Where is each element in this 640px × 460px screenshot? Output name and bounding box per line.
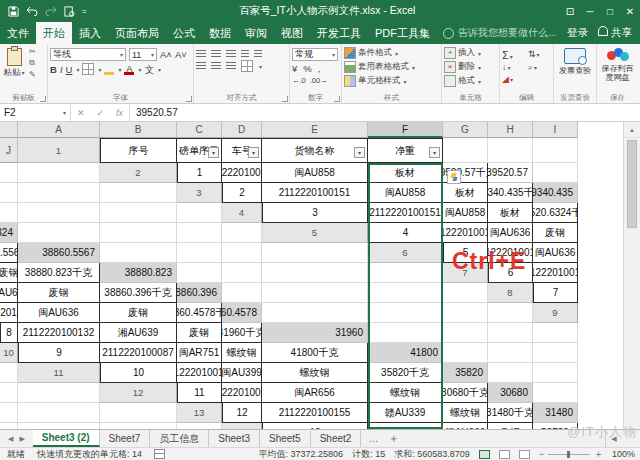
fill-color-icon[interactable] [104, 64, 114, 75]
ribbon-tab-9[interactable]: PDF工具集 [368, 22, 437, 44]
sheet-tab-0[interactable]: Sheet3 (2) [33, 430, 100, 447]
accounting-format-icon[interactable]: ¥ [292, 63, 297, 74]
vertical-scrollbar-thumb[interactable] [627, 140, 637, 228]
cell-G10[interactable] [443, 343, 488, 363]
cell-E5[interactable]: 38860.5567千克 [0, 243, 18, 263]
cell-H7[interactable] [262, 283, 368, 303]
page-break-view-icon[interactable] [519, 450, 530, 459]
sheet-tab-2[interactable]: 员工信息 [150, 430, 209, 447]
cell-H2[interactable] [0, 183, 18, 203]
cell-F9[interactable]: 31960 [262, 323, 368, 343]
format-as-table-button[interactable]: 套用表格格式▾ [344, 61, 439, 73]
sheet-overflow-button[interactable]: … [361, 430, 385, 447]
select-all-button[interactable] [0, 122, 18, 138]
cell-D10[interactable]: 螺纹钢 [222, 343, 262, 363]
cell-I3[interactable] [100, 203, 177, 223]
cell-F8[interactable]: 38860.4578 [222, 303, 262, 323]
row-header-13[interactable]: 13 [177, 403, 222, 423]
row-header-6[interactable]: 6 [368, 243, 443, 263]
fill-button[interactable]: ↓▾ [502, 62, 526, 73]
increase-decimal-icon[interactable]: ←.0 [292, 76, 306, 85]
cell-I11[interactable] [0, 383, 18, 403]
close-icon[interactable]: ✕ [620, 6, 640, 17]
row-header-4[interactable]: 4 [222, 203, 262, 223]
column-header-J[interactable]: J [0, 138, 18, 163]
cell-H10[interactable] [488, 343, 533, 363]
table-header-E[interactable]: 净重▾ [368, 138, 443, 163]
cell-C5[interactable]: 闽AU636 [488, 223, 533, 243]
phonetic-guide-icon[interactable]: 文 [144, 64, 154, 75]
cell-D6[interactable]: 废钢 [0, 263, 18, 283]
cell-D11[interactable]: 螺纹钢 [262, 363, 368, 383]
cell-G9[interactable] [368, 323, 443, 343]
column-header-B[interactable]: B [100, 122, 177, 138]
row-header-5[interactable]: 5 [262, 223, 368, 243]
cell-G4[interactable] [18, 223, 100, 243]
italic-button[interactable]: I [60, 64, 63, 75]
cell-F13[interactable]: 31480 [533, 403, 578, 423]
sheet-prev-icon[interactable]: ◀ [8, 435, 13, 443]
cell-D8[interactable]: 废钢 [100, 303, 177, 323]
normal-view-icon[interactable] [479, 450, 490, 459]
filter-dropdown-icon[interactable]: ▾ [354, 147, 365, 158]
table-header-C[interactable]: 车号▾ [222, 138, 262, 163]
cell-E12[interactable]: 30680千克 [443, 383, 488, 403]
filter-dropdown-icon[interactable]: ▾ [208, 147, 219, 158]
dialog-launcher-icon[interactable] [186, 96, 192, 102]
cell-A13[interactable]: 12 [222, 403, 262, 423]
cell-F5[interactable]: 38860.5567 [18, 243, 100, 263]
cell-A9[interactable]: 8 [0, 323, 18, 343]
cell-E10[interactable]: 41800千克 [262, 343, 368, 363]
cell-A11[interactable]: 10 [100, 363, 177, 383]
filter-dropdown-icon[interactable]: ▾ [248, 147, 259, 158]
cell-H4[interactable] [100, 223, 177, 243]
cell-A3[interactable]: 2 [222, 183, 262, 203]
bold-button[interactable]: B [50, 64, 57, 75]
formula-input[interactable]: 39520.57 [130, 104, 640, 121]
cell-F6[interactable]: 38880.823 [100, 263, 177, 283]
column-header-A[interactable]: A [18, 122, 100, 138]
cell-I5[interactable] [222, 243, 262, 263]
wrap-text-icon[interactable] [254, 50, 262, 58]
cell-I4[interactable] [177, 223, 222, 243]
ribbon-tab-6[interactable]: 审阅 [238, 22, 274, 44]
cell-J11[interactable] [18, 383, 100, 403]
cell-F1[interactable] [443, 138, 488, 163]
cell-F10[interactable]: 41800 [368, 343, 443, 363]
add-sheet-icon[interactable]: ＋ [385, 430, 401, 447]
cell-B12[interactable]: 2112220100188 [222, 383, 262, 403]
row-header-1[interactable]: 1 [18, 138, 100, 163]
cell-styles-button[interactable]: 单元格样式▾ [344, 75, 439, 87]
clear-button[interactable]: ◢▾ [502, 74, 526, 84]
sheet-tab-1[interactable]: Sheet7 [100, 430, 151, 447]
ribbon-tab-4[interactable]: 公式 [166, 22, 202, 44]
cell-C3[interactable]: 闽AU858 [368, 183, 443, 203]
sort-filter-button[interactable]: ⇅▾ [528, 49, 552, 61]
cell-G11[interactable] [488, 363, 533, 383]
zoom-in-icon[interactable]: ＋ [594, 448, 603, 460]
ribbon-tab-5[interactable]: 数据 [202, 22, 238, 44]
cell-G12[interactable] [533, 383, 578, 403]
cell-E11[interactable]: 35820千克 [368, 363, 443, 383]
row-header-10[interactable]: 10 [0, 343, 18, 363]
cell-B13[interactable]: 2112220100155 [262, 403, 368, 423]
cell-A4[interactable]: 3 [262, 203, 368, 223]
cell-C13[interactable]: 赣AU339 [368, 403, 443, 423]
page-layout-view-icon[interactable] [499, 450, 510, 459]
cell-H3[interactable] [18, 203, 100, 223]
scroll-up-icon[interactable]: ▲ [624, 122, 640, 138]
cell-I2[interactable] [18, 183, 100, 203]
cell-J7[interactable] [443, 283, 488, 303]
signin-button[interactable]: 登录 [567, 26, 588, 40]
cell-D12[interactable]: 螺纹钢 [368, 383, 443, 403]
cell-H11[interactable] [533, 363, 578, 383]
cell-H1[interactable] [533, 138, 578, 163]
zoom-out-icon[interactable]: − [539, 449, 544, 459]
cell-J4[interactable] [222, 223, 262, 243]
copy-icon[interactable]: ⧉ [29, 58, 36, 68]
cell-G6[interactable] [177, 263, 222, 283]
cell-I7[interactable] [368, 283, 443, 303]
redo-icon[interactable] [45, 6, 57, 16]
cell-C4[interactable]: 闽AU858 [443, 203, 488, 223]
cell-J1[interactable] [18, 163, 100, 183]
